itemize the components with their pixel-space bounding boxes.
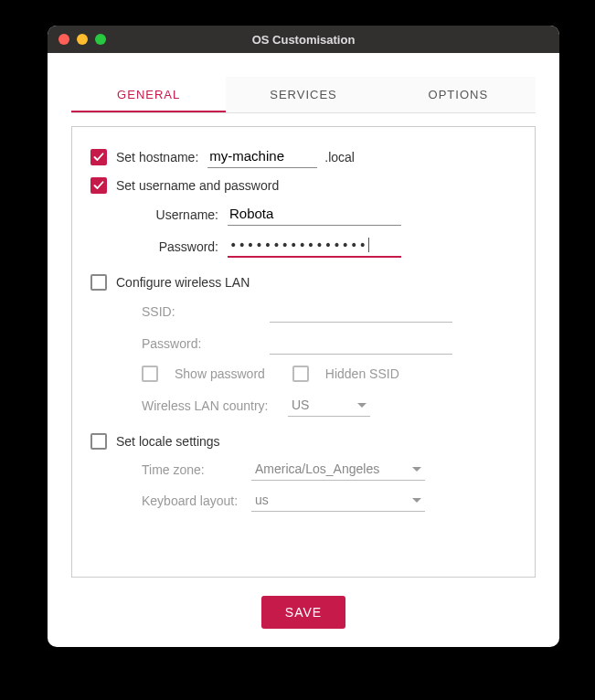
password-mask: •••••••••••••••• <box>229 238 367 252</box>
keyboard-value: us <box>255 493 269 507</box>
username-label: Username: <box>142 207 218 222</box>
save-button[interactable]: SAVE <box>261 596 345 629</box>
hostname-checkbox[interactable] <box>90 149 107 165</box>
locale-label: Set locale settings <box>116 434 220 449</box>
zoom-icon[interactable] <box>95 34 106 45</box>
hostname-input[interactable] <box>207 145 317 168</box>
check-icon <box>93 152 104 163</box>
tab-general[interactable]: GENERAL <box>71 77 226 112</box>
titlebar: OS Customisation <box>48 26 559 53</box>
hidden-ssid-checkbox[interactable] <box>292 366 309 382</box>
show-password-option[interactable]: Show password <box>142 366 265 382</box>
keyboard-label: Keyboard layout: <box>142 493 242 508</box>
chevron-down-icon <box>357 403 367 408</box>
hostname-suffix: .local <box>324 150 355 164</box>
wifi-checkbox[interactable] <box>90 274 107 291</box>
wifi-password-label: Password: <box>142 336 260 351</box>
chevron-down-icon <box>412 467 421 472</box>
wifi-fields: SSID: Password: Show password Hidden SSI… <box>142 300 516 417</box>
ssid-input[interactable] <box>270 300 452 323</box>
wifi-country-select[interactable]: US <box>288 395 370 417</box>
window-controls <box>58 34 106 45</box>
username-input[interactable] <box>228 203 401 226</box>
window-title: OS Customisation <box>252 33 356 47</box>
userpass-fields: Username: Password: •••••••••••••••• <box>142 203 516 258</box>
ssid-label: SSID: <box>142 304 260 319</box>
chevron-down-icon <box>412 498 421 503</box>
text-caret <box>368 238 369 252</box>
content-area: GENERAL SERVICES OPTIONS Set hostname: .… <box>48 53 559 647</box>
settings-panel: Set hostname: .local Set username and pa… <box>71 126 536 578</box>
action-row: SAVE <box>71 578 536 629</box>
wifi-row: Configure wireless LAN <box>90 274 516 291</box>
hostname-row: Set hostname: .local <box>90 145 516 168</box>
tab-services[interactable]: SERVICES <box>226 77 380 112</box>
check-icon <box>93 180 104 191</box>
userpass-checkbox[interactable] <box>90 177 107 194</box>
show-password-checkbox[interactable] <box>142 366 158 382</box>
tab-options[interactable]: OPTIONS <box>381 77 536 112</box>
wifi-country-label: Wireless LAN country: <box>142 398 279 413</box>
wifi-password-input[interactable] <box>270 332 452 355</box>
hostname-label: Set hostname: <box>116 150 198 164</box>
locale-row: Set locale settings <box>90 433 516 450</box>
hidden-ssid-option[interactable]: Hidden SSID <box>292 366 399 382</box>
tab-bar: GENERAL SERVICES OPTIONS <box>71 77 536 113</box>
timezone-value: America/Los_Angeles <box>255 461 379 476</box>
timezone-select[interactable]: America/Los_Angeles <box>251 459 425 481</box>
locale-fields: Time zone: America/Los_Angeles Keyboard … <box>142 459 516 512</box>
timezone-label: Time zone: <box>142 462 242 477</box>
userpass-label: Set username and password <box>116 178 279 193</box>
wifi-country-value: US <box>292 398 309 412</box>
wifi-label: Configure wireless LAN <box>116 275 250 290</box>
hidden-ssid-label: Hidden SSID <box>325 366 399 381</box>
dialog-window: OS Customisation GENERAL SERVICES OPTION… <box>48 26 559 647</box>
userpass-row: Set username and password <box>90 177 516 194</box>
keyboard-select[interactable]: us <box>251 490 425 512</box>
minimize-icon[interactable] <box>77 34 88 45</box>
show-password-label: Show password <box>175 366 265 381</box>
close-icon[interactable] <box>58 34 69 45</box>
password-input[interactable]: •••••••••••••••• <box>228 235 401 258</box>
password-label: Password: <box>142 239 218 254</box>
locale-checkbox[interactable] <box>90 433 107 450</box>
